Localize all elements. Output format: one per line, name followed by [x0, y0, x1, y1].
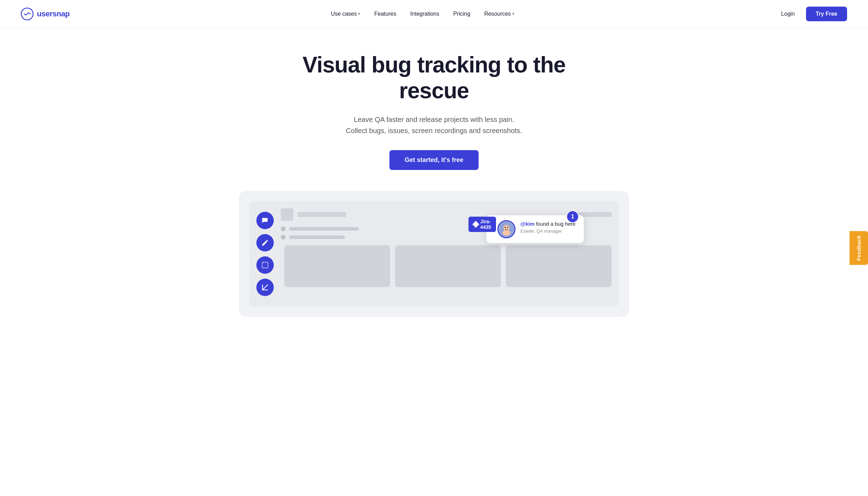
nav-resources[interactable]: Resources ▾	[479, 8, 520, 20]
login-button[interactable]: Login	[776, 8, 800, 20]
svg-point-4	[503, 225, 510, 231]
floating-annotation: Jira-4435	[486, 215, 584, 243]
svg-point-7	[507, 227, 509, 228]
selection-icon-button[interactable]	[256, 256, 274, 274]
cta-button[interactable]: Get started, it's free	[389, 150, 479, 170]
arrow-icon-button[interactable]	[256, 279, 274, 296]
nav-use-cases[interactable]: Use cases ▾	[325, 8, 366, 20]
use-cases-chevron-icon: ▾	[358, 11, 360, 16]
navbar: usersnap Use cases ▾ Features Integratio…	[0, 0, 868, 28]
annotation-meta: Estelle, QA manager	[520, 228, 578, 234]
pencil-icon	[261, 239, 269, 247]
avatar-face	[498, 221, 514, 237]
demo-sidebar	[256, 208, 274, 300]
logo-text: usersnap	[37, 9, 70, 18]
mock-line-2	[289, 235, 345, 239]
logo-icon	[21, 8, 33, 20]
annotation-body: @kim found a bug here Estelle, QA manage…	[520, 220, 578, 234]
demo-inner: Jira-4435	[249, 201, 619, 307]
comment-icon	[261, 217, 269, 224]
arrow-icon	[261, 284, 269, 291]
nav-links: Use cases ▾ Features Integrations Pricin…	[70, 8, 776, 20]
try-free-button[interactable]: Try Free	[806, 7, 847, 21]
resources-chevron-icon: ▾	[512, 11, 514, 16]
avatar-image	[498, 220, 514, 238]
mock-square	[281, 208, 293, 221]
svg-point-5	[503, 230, 511, 236]
feedback-tab[interactable]: Feedback	[850, 231, 868, 265]
pencil-icon-button[interactable]	[256, 234, 274, 251]
mock-dot-2	[281, 235, 286, 240]
nav-features[interactable]: Features	[369, 8, 402, 20]
demo-card: Jira-4435	[239, 191, 629, 317]
mock-line-1	[289, 227, 359, 231]
avatar	[497, 220, 516, 238]
hero-subtitle: Leave QA faster and release projects wit…	[239, 114, 629, 136]
svg-line-2	[263, 285, 268, 290]
nav-right: Login Try Free	[776, 7, 847, 21]
nav-pricing[interactable]: Pricing	[448, 8, 476, 20]
mock-dot-1	[281, 226, 286, 231]
hero-title: Visual bug tracking to the rescue	[239, 52, 629, 103]
demo-content-area: Jira-4435	[281, 208, 612, 300]
mock-card-3	[506, 245, 612, 287]
selection-icon	[261, 261, 269, 269]
comment-icon-button[interactable]	[256, 212, 274, 229]
mock-grid	[284, 245, 612, 287]
mock-card-2	[395, 245, 501, 287]
svg-point-6	[505, 227, 506, 228]
jira-diamond-icon	[472, 221, 479, 228]
demo-section: Jira-4435	[225, 191, 643, 317]
logo[interactable]: usersnap	[21, 8, 70, 20]
notification-badge: 1	[566, 210, 579, 223]
mock-bar-long	[297, 212, 346, 217]
hero-section: Visual bug tracking to the rescue Leave …	[225, 28, 643, 191]
feedback-tab-wrapper: Feedback	[850, 231, 868, 265]
svg-rect-1	[262, 262, 268, 268]
jira-badge: Jira-4435	[468, 217, 496, 232]
mock-card-1	[284, 245, 390, 287]
nav-integrations[interactable]: Integrations	[405, 8, 445, 20]
